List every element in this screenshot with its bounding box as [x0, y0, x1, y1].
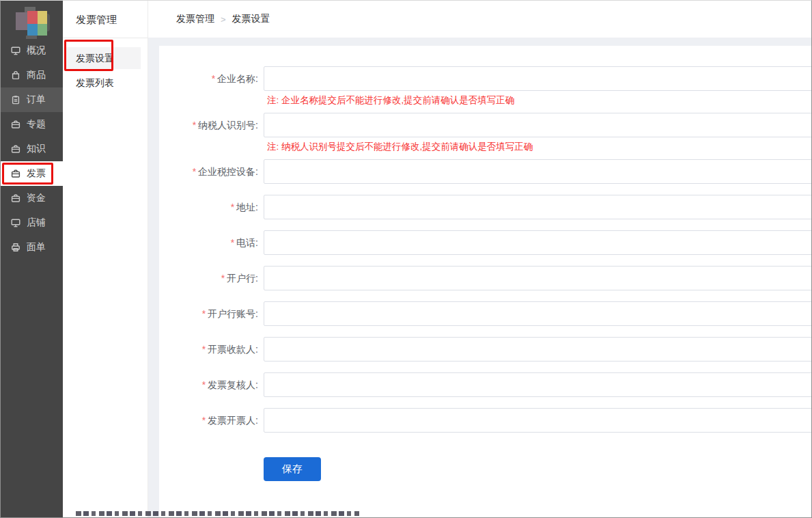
required-marker: * — [202, 379, 206, 390]
sidebar-item-label: 概况 — [27, 44, 46, 57]
form-row-bank: *开户行: — [159, 266, 811, 290]
clipped-text-row — [76, 511, 359, 516]
breadcrumb-item[interactable]: 发票管理 — [176, 13, 214, 25]
required-marker: * — [231, 202, 234, 213]
form-label-address: *地址: — [159, 195, 258, 219]
company-name-input[interactable] — [264, 66, 812, 91]
briefcase-icon — [10, 144, 20, 154]
main-area: 发票管理>发票设置 *企业名称:注: 企业名称提交后不能进行修改,提交前请确认是… — [148, 1, 811, 517]
sidebar-item-knowledge[interactable]: 知识 — [1, 137, 63, 161]
form-row-bank-account: *开户行账号: — [159, 301, 811, 326]
briefcase-icon — [10, 169, 20, 179]
sidebar-item-label: 专题 — [27, 118, 46, 131]
monitor-icon — [10, 46, 20, 56]
breadcrumb-separator: > — [221, 14, 226, 25]
taxpayer-id-input[interactable] — [264, 113, 812, 137]
sidebar-item-waybill[interactable]: 面单 — [1, 235, 63, 260]
sidebar-item-label: 资金 — [27, 192, 46, 204]
form-row-phone: *电话: — [159, 230, 811, 255]
bank-input[interactable] — [264, 266, 812, 290]
submenu-item-invoice-list[interactable]: 发票列表 — [63, 72, 141, 94]
sidebar-item-overview[interactable]: 概况 — [1, 38, 63, 63]
sidebar-item-label: 订单 — [27, 94, 46, 106]
form-row-reviewer: *发票复核人: — [159, 372, 811, 397]
sidebar-item-topics[interactable]: 专题 — [1, 112, 63, 137]
sidebar-item-orders[interactable]: 订单 — [1, 87, 63, 112]
form-label-company-name: *企业名称: — [159, 66, 258, 91]
form-note-taxpayer-id: 注: 纳税人识别号提交后不能进行修改,提交前请确认是否填写正确 — [267, 140, 811, 154]
monitor-icon — [10, 218, 20, 228]
required-marker: * — [202, 415, 206, 426]
form-row-tax-control-device: *企业税控设备: — [159, 159, 811, 184]
sidebar-item-goods[interactable]: 商品 — [1, 63, 63, 87]
form-label-taxpayer-id: *纳税人识别号: — [159, 113, 258, 137]
form-row-company-name: *企业名称: — [159, 66, 811, 91]
breadcrumb: 发票管理>发票设置 — [148, 1, 811, 38]
sidebar-item-funds[interactable]: 资金 — [1, 186, 63, 210]
submenu-panel: 发票管理 发票设置发票列表 — [63, 1, 148, 517]
form-label-payee: *开票收款人: — [159, 337, 258, 362]
drawer-input[interactable] — [264, 408, 812, 433]
address-input[interactable] — [264, 195, 812, 219]
printer-icon — [10, 243, 20, 253]
app-logo-icon — [16, 7, 50, 38]
form-label-tax-control-device: *企业税控设备: — [159, 159, 258, 184]
invoice-form: *企业名称:注: 企业名称提交后不能进行修改,提交前请确认是否填写正确*纳税人识… — [159, 66, 811, 433]
required-marker: * — [221, 273, 225, 284]
form-note-company-name: 注: 企业名称提交后不能进行修改,提交前请确认是否填写正确 — [267, 94, 811, 107]
required-marker: * — [202, 308, 206, 319]
reviewer-input[interactable] — [264, 372, 812, 397]
sidebar-item-label: 店铺 — [27, 217, 46, 229]
form-label-bank: *开户行: — [159, 266, 258, 290]
submenu-item-invoice-settings[interactable]: 发票设置 — [63, 47, 141, 69]
app-window: 概况商品订单专题知识发票资金店铺面单 发票管理 发票设置发票列表 发票管理>发票… — [0, 0, 812, 518]
sidebar-item-label: 知识 — [27, 143, 46, 155]
form-label-phone: *电话: — [159, 230, 258, 255]
required-marker: * — [193, 166, 196, 177]
save-button[interactable]: 保存 — [264, 457, 321, 481]
sidebar-nav: 概况商品订单专题知识发票资金店铺面单 — [1, 38, 63, 260]
sidebar: 概况商品订单专题知识发票资金店铺面单 — [1, 1, 63, 517]
bank-account-input[interactable] — [264, 301, 812, 326]
phone-input[interactable] — [264, 230, 812, 255]
form-row-address: *地址: — [159, 195, 811, 219]
sidebar-item-label: 商品 — [27, 69, 46, 81]
form-label-reviewer: *发票复核人: — [159, 372, 258, 397]
required-marker: * — [212, 73, 215, 84]
briefcase-icon — [10, 193, 20, 204]
bag-icon — [10, 70, 20, 81]
submenu-items: 发票设置发票列表 — [63, 38, 148, 94]
form-label-drawer: *发票开票人: — [159, 408, 258, 433]
form-row-taxpayer-id: *纳税人识别号: — [159, 113, 811, 137]
invoice-settings-card: *企业名称:注: 企业名称提交后不能进行修改,提交前请确认是否填写正确*纳税人识… — [159, 46, 811, 517]
tax-control-device-input[interactable] — [264, 159, 812, 184]
form-row-drawer: *发票开票人: — [159, 408, 811, 433]
submenu-title: 发票管理 — [63, 1, 148, 38]
sidebar-item-label: 发票 — [27, 167, 46, 180]
sidebar-item-label: 面单 — [27, 241, 46, 254]
content-area: *企业名称:注: 企业名称提交后不能进行修改,提交前请确认是否填写正确*纳税人识… — [148, 38, 811, 517]
sidebar-item-invoice[interactable]: 发票 — [1, 161, 63, 186]
required-marker: * — [202, 344, 206, 355]
breadcrumb-item[interactable]: 发票设置 — [232, 13, 270, 25]
form-label-bank-account: *开户行账号: — [159, 301, 258, 326]
sidebar-item-shop[interactable]: 店铺 — [1, 210, 63, 235]
briefcase-icon — [10, 120, 20, 130]
form-row-payee: *开票收款人: — [159, 337, 811, 362]
required-marker: * — [193, 120, 196, 131]
required-marker: * — [231, 237, 234, 248]
clipboard-icon — [10, 95, 20, 105]
payee-input[interactable] — [264, 337, 812, 362]
